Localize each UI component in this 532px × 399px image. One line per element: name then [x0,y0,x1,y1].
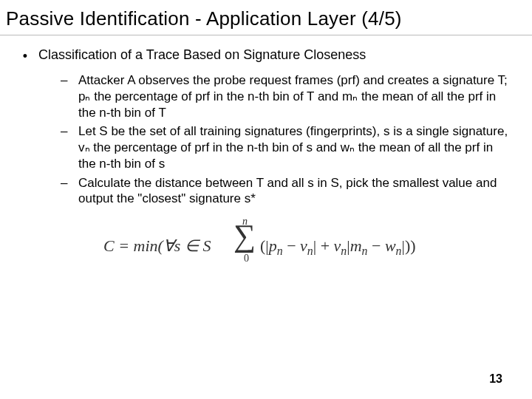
sub-bullet-marker: – [61,175,71,191]
sub-bullet-item: – Let S be the set of all training signa… [61,123,511,171]
formula-body: (|pn − vn| + vn|mn − wn|)) [260,236,416,258]
page-number: 13 [489,372,502,386]
sub-bullet-list: – Attacker A observes the probe request … [21,69,511,207]
sub-bullet-text: Attacker A observes the probe request fr… [78,72,511,120]
sub-bullet-marker: – [61,72,71,89]
formula-lhs: C = min(∀s ∈ S [103,236,211,256]
sub-bullet-text: Calculate the distance between T and all… [78,175,511,208]
slide-body: • Classification of a Trace Based on Sig… [0,35,532,272]
sub-bullet-marker: – [61,123,71,140]
bullet-text: Classification of a Trace Based on Signa… [38,47,366,63]
sigma-lower-bound: 0 [244,253,249,265]
sigma-icon: ∑ [233,220,256,251]
sub-bullet-item: – Attacker A observes the probe request … [61,72,511,120]
distance-formula: C = min(∀s ∈ S n ∑ 0 (|pn − vn| + vn|mn … [103,220,429,272]
sub-bullet-item: – Calculate the distance between T and a… [61,175,511,208]
slide-title: Passive Identification - Application Lay… [0,0,532,35]
sub-bullet-text: Let S be the set of all training signatu… [78,123,511,171]
bullet-marker: • [21,47,30,65]
bullet-item: • Classification of a Trace Based on Sig… [21,47,511,65]
